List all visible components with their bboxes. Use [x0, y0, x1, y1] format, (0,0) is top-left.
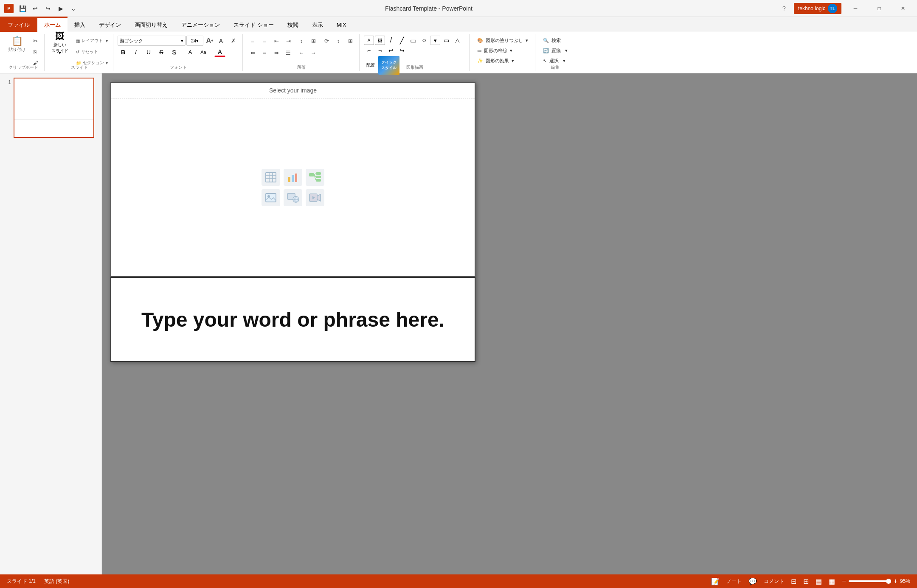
bullet-list-button[interactable]: ≡ [247, 36, 258, 46]
tab-transitions[interactable]: 画面切り替え [128, 17, 174, 32]
shape-textbox[interactable]: A [364, 36, 374, 45]
select-button[interactable]: ↖ 選択 ▾ [540, 56, 569, 65]
close-button[interactable]: ✕ [893, 0, 913, 17]
shape-rect2[interactable]: ▭ [441, 36, 451, 45]
shape-more[interactable]: ▾ [430, 36, 440, 45]
new-slide-arrow[interactable]: ▼ [49, 49, 71, 57]
zoom-in-button[interactable]: + [894, 577, 897, 585]
customize-qa-button[interactable]: ⌄ [68, 3, 79, 14]
comments-label[interactable]: コメント [764, 578, 784, 585]
tab-animations[interactable]: アニメーション [174, 17, 227, 32]
zoom-slider[interactable] [849, 580, 891, 582]
shape-arrow2[interactable]: ↪ [397, 46, 407, 55]
shape-tri[interactable]: △ [452, 36, 462, 45]
tab-file[interactable]: ファイル [0, 17, 37, 32]
underline-button[interactable]: U [143, 48, 154, 57]
clear-formatting-button[interactable]: ✗ [228, 36, 239, 46]
shape-oval[interactable]: ○ [419, 36, 429, 45]
tab-review[interactable]: 校閲 [281, 17, 305, 32]
tab-insert[interactable]: 挿入 [68, 17, 92, 32]
slide-thumbnail-1[interactable] [14, 78, 94, 138]
text-direction-button[interactable]: ⟳ [321, 36, 332, 46]
tab-home[interactable]: ホーム [37, 17, 68, 32]
italic-button[interactable]: I [130, 48, 141, 57]
comments-button[interactable]: 💬 [748, 577, 757, 585]
strikethrough-button[interactable]: S [156, 48, 167, 57]
smartart-button[interactable]: ⊞ [345, 36, 356, 46]
shape-corner[interactable]: ⌐ [364, 46, 374, 55]
zoom-level: 95% [900, 578, 910, 584]
font-size-input[interactable]: 24 ▾ [186, 36, 203, 46]
numbered-list-button[interactable]: ≡ [259, 36, 270, 46]
find-button[interactable]: 🔍 検索 [540, 36, 564, 45]
tab-slideshow[interactable]: スライド ショー [227, 17, 281, 32]
tab-view[interactable]: 表示 [305, 17, 330, 32]
redo-button[interactable]: ↪ [42, 3, 53, 14]
maximize-button[interactable]: □ [869, 0, 889, 17]
shape-arrow1[interactable]: ↩ [386, 46, 396, 55]
tab-mix[interactable]: MIX [330, 17, 353, 32]
cut-button[interactable]: ✂ [30, 36, 41, 46]
shape-image[interactable]: 🖼 [375, 36, 385, 45]
undo-button[interactable]: ↩ [30, 3, 41, 14]
line-spacing-button[interactable]: ↕ [296, 36, 307, 46]
align-text-button[interactable]: ↕ [333, 36, 344, 46]
insert-table-icon[interactable] [262, 169, 280, 186]
save-button[interactable]: 💾 [17, 3, 28, 14]
text-shadow-button[interactable]: S [169, 48, 180, 57]
slide-image-section[interactable]: Select your image [110, 82, 475, 277]
tab-design[interactable]: デザイン [92, 17, 128, 32]
presenter-view-button[interactable]: ▦ [829, 577, 835, 585]
bold-button[interactable]: B [118, 48, 129, 57]
shape-fill-button[interactable]: 🎨 図形の塗りつぶし ▾ [474, 36, 532, 45]
help-button[interactable]: ? [779, 3, 790, 14]
editing-group: 🔍 検索 🔄 置換 ▾ ↖ 選択 ▾ 編集 [536, 34, 574, 71]
replace-button[interactable]: 🔄 置換 ▾ [540, 46, 571, 55]
reading-view-button[interactable]: ▤ [816, 577, 822, 585]
align-right-button[interactable]: ➡ [271, 48, 282, 58]
layout-button[interactable]: ▦ レイアウト ▾ [74, 36, 110, 46]
copy-button[interactable]: ⎘ [30, 47, 41, 57]
reset-button[interactable]: ↺ リセット [74, 47, 110, 57]
ltr-button[interactable]: → [308, 48, 319, 58]
rtl-button[interactable]: ← [296, 48, 307, 58]
zoom-out-button[interactable]: − [842, 577, 846, 585]
decrease-indent-button[interactable]: ⇤ [271, 36, 282, 46]
shape-rect[interactable]: ▭ [408, 36, 418, 45]
new-slide-button[interactable]: 🖼 新しい スライド ▼ [49, 36, 71, 57]
notes-label[interactable]: ノート [726, 578, 742, 585]
insert-video-icon[interactable] [306, 189, 324, 206]
shape-effect-button[interactable]: ✨ 図形の効果 ▾ [474, 56, 518, 65]
increase-font-button[interactable]: A+ [204, 36, 215, 46]
new-slide-top[interactable]: 🖼 新しい スライド [49, 36, 71, 49]
window-title: Flashcard Template - PowerPoint [79, 5, 779, 12]
columns-button[interactable]: ⊞ [308, 36, 319, 46]
insert-picture-icon[interactable] [262, 189, 280, 206]
shape-outline-button[interactable]: ▭ 図形の枠線 ▾ [474, 46, 516, 55]
shape-line[interactable]: / [386, 36, 396, 45]
slide-phrase-text[interactable]: Type your word or phrase here. [133, 300, 453, 340]
change-case-button[interactable]: Aa [198, 48, 209, 57]
insert-chart-icon[interactable] [284, 169, 302, 186]
minimize-button[interactable]: ─ [846, 0, 865, 17]
align-center-button[interactable]: ≡ [259, 48, 270, 58]
slide-canvas[interactable]: Select your image [110, 82, 475, 362]
font-color-button[interactable]: A [214, 48, 225, 57]
increase-indent-button[interactable]: ⇥ [283, 36, 294, 46]
present-button[interactable]: ▶ [55, 3, 66, 14]
notes-button[interactable]: 📝 [711, 577, 720, 585]
shape-corner2[interactable]: ¬ [375, 46, 385, 55]
user-account[interactable]: tekhno logic TL [794, 3, 841, 14]
decrease-font-button[interactable]: A- [216, 36, 227, 46]
paste-button[interactable]: 📋 貼り付け [6, 36, 28, 53]
char-spacing-button[interactable]: A [185, 48, 196, 57]
font-name-input[interactable]: 游ゴシック ▾ [118, 36, 186, 46]
slide-sorter-button[interactable]: ⊞ [803, 577, 809, 585]
insert-online-picture-icon[interactable] [284, 189, 302, 206]
normal-view-button[interactable]: ⊟ [791, 577, 796, 585]
justify-button[interactable]: ☰ [283, 48, 294, 58]
slide-text-section[interactable]: Type your word or phrase here. [110, 277, 475, 362]
align-left-button[interactable]: ⬅ [247, 48, 258, 58]
insert-smartart-icon[interactable] [306, 169, 324, 186]
shape-line2[interactable]: ╱ [397, 36, 407, 45]
